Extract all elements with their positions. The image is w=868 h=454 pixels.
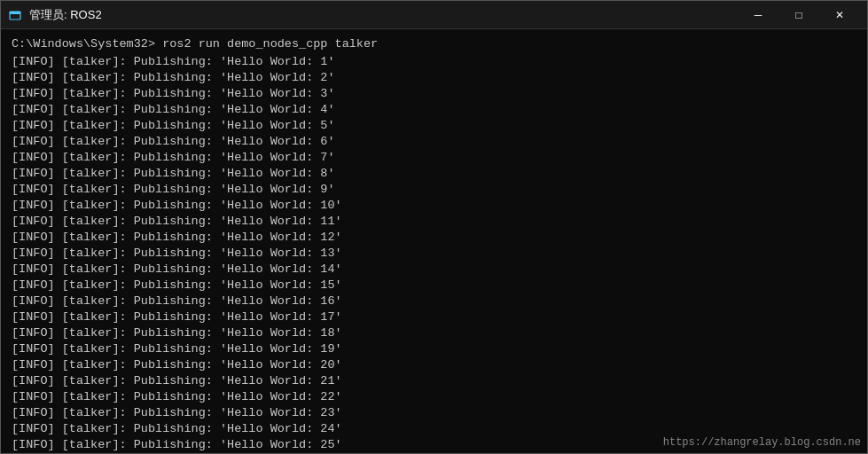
minimize-button[interactable]: ─ [738,1,778,29]
log-line: [INFO] [talker]: Publishing: 'Hello Worl… [12,325,856,341]
window-controls: ─ □ ✕ [738,1,860,29]
watermark: https://zhangrelay.blog.csdn.ne [663,436,861,449]
log-line: [INFO] [talker]: Publishing: 'Hello Worl… [12,421,856,437]
log-line: [INFO] [talker]: Publishing: 'Hello Worl… [12,70,856,86]
log-line: [INFO] [talker]: Publishing: 'Hello Worl… [12,246,856,262]
log-line: [INFO] [talker]: Publishing: 'Hello Worl… [12,86,856,102]
terminal-body[interactable]: C:\Windows\System32> ros2 run demo_nodes… [1,29,867,453]
command-line: C:\Windows\System32> ros2 run demo_nodes… [12,36,856,52]
log-line: [INFO] [talker]: Publishing: 'Hello Worl… [12,150,856,166]
log-line: [INFO] [talker]: Publishing: 'Hello Worl… [12,341,856,357]
log-line: [INFO] [talker]: Publishing: 'Hello Worl… [12,262,856,278]
log-line: [INFO] [talker]: Publishing: 'Hello Worl… [12,118,856,134]
log-line: [INFO] [talker]: Publishing: 'Hello Worl… [12,405,856,421]
log-line: [INFO] [talker]: Publishing: 'Hello Worl… [12,182,856,198]
log-line: [INFO] [talker]: Publishing: 'Hello Worl… [12,134,856,150]
close-button[interactable]: ✕ [819,1,860,29]
log-line: [INFO] [talker]: Publishing: 'Hello Worl… [12,166,856,182]
svg-rect-1 [10,12,20,14]
log-line: [INFO] [talker]: Publishing: 'Hello Worl… [12,278,856,294]
log-line: [INFO] [talker]: Publishing: 'Hello Worl… [12,294,856,309]
terminal-window: 管理员: ROS2 ─ □ ✕ C:\Windows\System32> ros… [0,0,868,454]
log-line: [INFO] [talker]: Publishing: 'Hello Worl… [12,373,856,389]
log-line: [INFO] [talker]: Publishing: 'Hello Worl… [12,102,856,118]
log-line: [INFO] [talker]: Publishing: 'Hello Worl… [12,214,856,230]
log-line: [INFO] [talker]: Publishing: 'Hello Worl… [12,389,856,405]
window-title: 管理员: ROS2 [29,7,738,23]
log-line: [INFO] [talker]: Publishing: 'Hello Worl… [12,54,856,70]
maximize-button[interactable]: □ [778,1,819,29]
log-line: [INFO] [talker]: Publishing: 'Hello Worl… [12,230,856,246]
log-line: [INFO] [talker]: Publishing: 'Hello Worl… [12,357,856,373]
log-line: [INFO] [talker]: Publishing: 'Hello Worl… [12,309,856,325]
log-line: [INFO] [talker]: Publishing: 'Hello Worl… [12,198,856,214]
title-bar: 管理员: ROS2 ─ □ ✕ [1,1,867,29]
window-icon [8,8,22,22]
